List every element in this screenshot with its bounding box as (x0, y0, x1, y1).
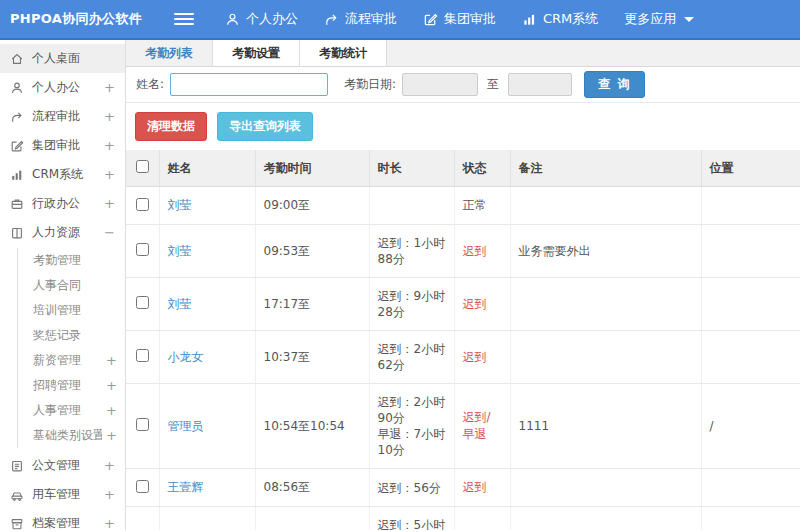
table-row: 刘莹 17:17至 迟到：9小时28分 迟到 (126, 278, 800, 331)
time-cell: 10:37至 (255, 331, 369, 384)
clean-data-button[interactable]: 清理数据 (135, 112, 207, 141)
col-header-name: 姓名 (159, 150, 255, 187)
table-row: 王壹辉 08:56至 迟到：56分 迟到 (126, 469, 800, 507)
sidebar-subitem-rewards[interactable]: 奖惩记录 (18, 323, 125, 348)
select-all-cell (126, 150, 159, 187)
expand-toggle[interactable]: + (104, 167, 115, 182)
sidebar-subitem-salary[interactable]: 薪资管理 + (18, 348, 125, 373)
expand-toggle[interactable]: + (104, 196, 115, 211)
expand-toggle[interactable]: + (104, 80, 115, 95)
export-list-button[interactable]: 导出查询列表 (217, 112, 313, 141)
location-cell (701, 469, 800, 507)
expand-toggle[interactable]: + (106, 353, 117, 368)
edit-icon (10, 139, 24, 153)
expand-toggle[interactable]: + (106, 403, 117, 418)
location-cell (701, 331, 800, 384)
employee-name-link[interactable]: 刘莹 (168, 297, 192, 311)
status-cell: 迟到 (454, 225, 510, 278)
sidebar-item-crm[interactable]: CRM系统 + (0, 160, 125, 189)
employee-name-link[interactable]: 王壹辉 (168, 480, 204, 494)
duration-line2: 早退：7小时10分 (378, 426, 446, 458)
sidebar-subitem-base-category[interactable]: 基础类别设置 + (18, 423, 125, 448)
sidebar-subitem-personnel[interactable]: 人事管理 + (18, 398, 125, 423)
row-checkbox[interactable] (136, 418, 149, 431)
date-label: 考勤日期: (344, 76, 396, 93)
sidebar-item-label: CRM系统 (32, 166, 100, 183)
tab-attendance-list[interactable]: 考勤列表 (126, 40, 213, 66)
archive-icon (10, 517, 24, 531)
expand-toggle[interactable]: + (104, 516, 115, 530)
sidebar-item-documents[interactable]: 公文管理 + (0, 451, 125, 480)
tab-attendance-settings[interactable]: 考勤设置 (213, 40, 300, 66)
table-row: 管理员 10:54至10:54 迟到：2小时90分早退：7小时10分 迟到/早退… (126, 384, 800, 469)
sidebar-item-flow-approval[interactable]: 流程审批 + (0, 102, 125, 131)
nav-personal-office[interactable]: 个人办公 (212, 10, 311, 28)
select-all-checkbox[interactable] (136, 160, 149, 173)
flow-icon (10, 110, 24, 124)
row-checkbox[interactable] (136, 349, 149, 362)
location-cell (701, 278, 800, 331)
collapse-toggle[interactable]: − (104, 225, 115, 240)
expand-toggle[interactable]: + (106, 378, 117, 393)
sidebar-item-desktop[interactable]: 个人桌面 (0, 44, 125, 73)
row-checkbox[interactable] (136, 480, 149, 493)
remark-cell: 1111 (510, 384, 701, 469)
sidebar-subitem-hr-contract[interactable]: 人事合同 (18, 273, 125, 298)
location-cell: / (701, 384, 800, 469)
expand-toggle[interactable]: + (104, 487, 115, 502)
sidebar-item-personal-office[interactable]: 个人办公 + (0, 73, 125, 102)
tab-bar: 考勤列表 考勤设置 考勤统计 (126, 40, 800, 67)
expand-toggle[interactable]: + (104, 458, 115, 473)
sidebar-subitem-training[interactable]: 培训管理 (18, 298, 125, 323)
sidebar-subitem-attendance[interactable]: 考勤管理 (18, 248, 125, 273)
search-form: 姓名: 考勤日期: 至 查 询 (126, 67, 800, 103)
row-checkbox[interactable] (136, 243, 149, 256)
sidebar-subitem-recruitment[interactable]: 招聘管理 + (18, 373, 125, 398)
location-cell (701, 187, 800, 225)
sidebar-subitem-label: 人事合同 (33, 277, 113, 294)
sidebar-item-archives[interactable]: 档案管理 + (0, 509, 125, 530)
name-input[interactable] (170, 73, 328, 96)
row-checkbox[interactable] (136, 296, 149, 309)
expand-toggle[interactable]: + (104, 138, 115, 153)
briefcase-icon (10, 197, 24, 211)
sidebar-item-hr[interactable]: 人力资源 − (0, 218, 125, 247)
sidebar-item-group-approval[interactable]: 集团审批 + (0, 131, 125, 160)
time-cell: 08:56至 (255, 469, 369, 507)
date-to-input[interactable] (508, 73, 572, 96)
col-header-status: 状态 (454, 150, 510, 187)
sidebar-item-admin-office[interactable]: 行政办公 + (0, 189, 125, 218)
time-cell: 17:17至 (255, 278, 369, 331)
nav-group-approval[interactable]: 集团审批 (410, 10, 509, 28)
sidebar-item-label: 行政办公 (32, 195, 100, 212)
employee-name-link[interactable]: 刘莹 (168, 198, 192, 212)
duration-cell (369, 187, 454, 225)
home-icon (10, 52, 24, 66)
duration-cell: 迟到：5小时33分早退：4小时67分 (369, 507, 454, 531)
duration-line: 迟到：56分 (378, 480, 446, 496)
sidebar-subitem-label: 培训管理 (33, 302, 113, 319)
sidebar-item-vehicles[interactable]: 用车管理 + (0, 480, 125, 509)
expand-toggle[interactable]: + (104, 109, 115, 124)
menu-toggle-icon[interactable] (174, 10, 194, 28)
table-row: 小龙女 10:37至 迟到：2小时62分 迟到 (126, 331, 800, 384)
row-checkbox[interactable] (136, 198, 149, 211)
bar-chart-icon (522, 12, 537, 27)
col-header-location: 位置 (701, 150, 800, 187)
nav-flow-approval[interactable]: 流程审批 (311, 10, 410, 28)
expand-toggle[interactable]: + (106, 428, 117, 443)
nav-crm-system[interactable]: CRM系统 (509, 10, 611, 28)
app-logo: PHPOA协同办公软件 (0, 10, 160, 28)
user-icon (225, 12, 240, 27)
tab-attendance-stats[interactable]: 考勤统计 (300, 40, 387, 66)
employee-name-link[interactable]: 刘莹 (168, 244, 192, 258)
main-content: 考勤列表 考勤设置 考勤统计 姓名: 考勤日期: 至 查 询 清理数据 导出查询… (126, 40, 800, 530)
date-from-input[interactable] (402, 73, 478, 96)
user-icon (10, 81, 24, 95)
nav-more-apps[interactable]: 更多应用 (611, 10, 707, 28)
employee-name-link[interactable]: 管理员 (168, 419, 204, 433)
sidebar-item-label: 个人桌面 (32, 50, 111, 67)
employee-name-link[interactable]: 小龙女 (168, 350, 204, 364)
query-button[interactable]: 查 询 (584, 71, 645, 98)
sidebar-subitem-label: 基础类别设置 (33, 427, 102, 444)
